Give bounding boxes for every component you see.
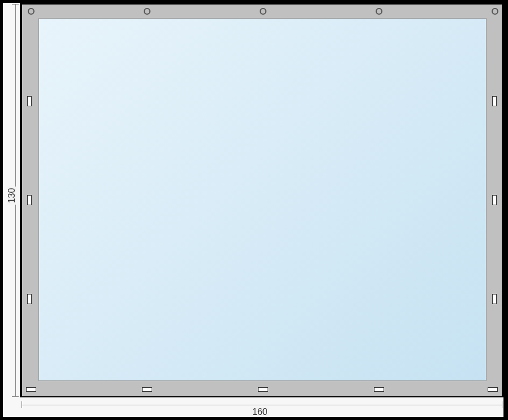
slot-icon <box>27 294 32 304</box>
dimension-tick-icon <box>12 396 19 397</box>
mount-hole-icon <box>492 8 498 15</box>
diagram-canvas: 130 160 <box>0 0 508 420</box>
dimension-vertical: 130 <box>4 4 18 397</box>
dimension-line-icon <box>21 405 502 405</box>
slot-icon <box>374 387 384 392</box>
slot-icon <box>27 195 32 205</box>
glass-panel <box>38 18 487 381</box>
mount-hole-icon <box>260 8 266 15</box>
dimension-height-label: 130 <box>7 184 17 207</box>
dimension-width-label: 160 <box>251 407 269 417</box>
slot-icon <box>26 387 36 392</box>
slot-icon <box>492 294 497 304</box>
slot-icon <box>492 195 497 205</box>
dimension-horizontal: 160 <box>21 401 502 415</box>
slot-icon <box>492 96 497 106</box>
dimension-tick-icon <box>502 401 502 408</box>
mount-hole-icon <box>376 8 382 15</box>
mount-hole-icon <box>28 8 35 15</box>
slot-icon <box>142 387 152 392</box>
mount-hole-icon <box>144 8 150 15</box>
slot-icon <box>258 387 268 392</box>
dimension-tick-icon <box>21 401 22 408</box>
slot-icon <box>27 96 32 106</box>
slot-icon <box>488 387 498 392</box>
dimension-tick-icon <box>12 4 19 5</box>
